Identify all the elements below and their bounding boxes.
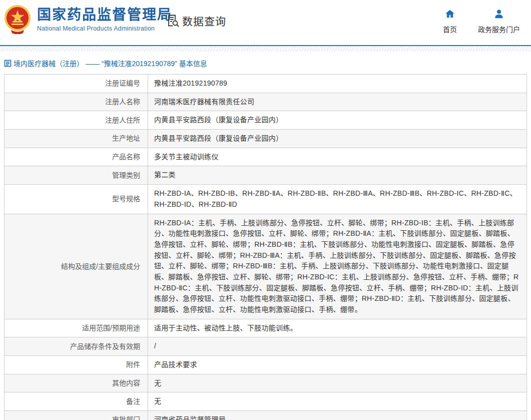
row-value: 适用于主动性、被动性上肢、下肢功能训练。 bbox=[148, 319, 527, 337]
home-icon bbox=[444, 9, 455, 20]
row-value: 多关节主被动训练仪 bbox=[148, 148, 527, 166]
national-emblem-icon bbox=[4, 5, 31, 34]
row-label: 其他内容 bbox=[5, 374, 148, 392]
row-value: 产品技术要求 bbox=[148, 356, 527, 374]
row-label: 产品储存条件及有效期 bbox=[5, 337, 148, 356]
table-row: 适用范围/预期用途适用于主动性、被动性上肢、下肢功能训练。 bbox=[5, 319, 527, 337]
row-value: 内黄县平安路西段（康复设备产业园内） bbox=[148, 111, 527, 130]
site-subtitle: National Medical Products Administration bbox=[37, 25, 172, 32]
row-value: 豫械注准20192190789 bbox=[148, 75, 527, 93]
table-row: 附件产品技术要求 bbox=[5, 356, 527, 374]
document-search-icon bbox=[166, 14, 180, 28]
row-value: 河南省药品监督管理局 bbox=[148, 411, 527, 420]
row-value: 无 bbox=[148, 374, 527, 392]
row-label: 产品名称 bbox=[5, 148, 148, 166]
table-row: 其他内容无 bbox=[5, 374, 527, 392]
table-row: 型号规格RH-ZBD-ⅠA、RH-ZBD-ⅠB、RH-ZBD-ⅡA、RH-ZBD… bbox=[5, 185, 527, 214]
breadcrumb-text: 境内医疗器械（注册） —— “豫械注准20192190789” 基本信息 bbox=[14, 58, 207, 68]
table-row: 注册人住所内黄县平安路西段（康复设备产业园内） bbox=[5, 111, 527, 130]
table-row: 备注无 bbox=[5, 392, 527, 411]
data-query-label: 数据查询 bbox=[182, 13, 226, 28]
row-value: 无 bbox=[148, 392, 527, 411]
row-label: 管理类别 bbox=[5, 166, 148, 185]
info-table-body: 注册证编号豫械注准20192190789注册人名称河南瑞禾医疗器械有限责任公司注… bbox=[5, 75, 527, 420]
row-label: 型号规格 bbox=[5, 185, 148, 214]
row-value: RH-ZBD-ⅠA：主机、手柄、上肢训练部分、急停按钮、立杆、脚轮、绑带；RH-… bbox=[148, 214, 527, 319]
row-value: 第二类 bbox=[148, 166, 527, 185]
row-value: / bbox=[148, 337, 527, 356]
row-value: 河南瑞禾医疗器械有限责任公司 bbox=[148, 93, 527, 111]
table-row: 注册人名称河南瑞禾医疗器械有限责任公司 bbox=[5, 93, 527, 111]
table-row: 结构及组成/主要组成成分RH-ZBD-ⅠA：主机、手柄、上肢训练部分、急停按钮、… bbox=[5, 214, 527, 319]
row-value: RH-ZBD-ⅠA、RH-ZBD-ⅠB、RH-ZBD-ⅡA、RH-ZBD-ⅡB、… bbox=[148, 185, 527, 214]
table-row: 产品储存条件及有效期/ bbox=[5, 337, 527, 356]
site-header: 国家药品监督管理局 National Medical Products Admi… bbox=[0, 0, 531, 45]
nmpa-logo[interactable]: 国家药品监督管理局 National Medical Products Admi… bbox=[4, 5, 172, 34]
table-row: 审批部门河南省药品监督管理局 bbox=[5, 411, 527, 420]
row-label: 备注 bbox=[5, 392, 148, 411]
row-label: 注册人名称 bbox=[5, 93, 148, 111]
breadcrumb[interactable]: 境内医疗器械（注册） —— “豫械注准20192190789” 基本信息 bbox=[4, 58, 527, 68]
data-query-link[interactable]: 数据查询 bbox=[166, 13, 226, 28]
nav-gov-portal-label: 政务服务门户 bbox=[478, 24, 520, 34]
nav-gov-portal[interactable]: 政务服务门户 bbox=[478, 9, 520, 34]
table-row: 管理类别第二类 bbox=[5, 166, 527, 185]
row-value: 内黄县平安路西段（康复设备产业园内） bbox=[148, 130, 527, 148]
top-nav: 首页 政务服务门户 bbox=[443, 9, 520, 34]
striped-divider bbox=[0, 45, 531, 52]
row-label: 审批部门 bbox=[5, 411, 148, 420]
row-label: 结构及组成/主要组成成分 bbox=[5, 214, 148, 319]
row-label: 注册人住所 bbox=[5, 111, 148, 130]
row-label: 注册证编号 bbox=[5, 75, 148, 93]
user-icon bbox=[493, 9, 504, 20]
table-row: 注册证编号豫械注准20192190789 bbox=[5, 75, 527, 93]
nav-home[interactable]: 首页 bbox=[443, 9, 457, 34]
row-label: 附件 bbox=[5, 356, 148, 374]
row-label: 生产地址 bbox=[5, 130, 148, 148]
row-label: 适用范围/预期用途 bbox=[5, 319, 148, 337]
site-title: 国家药品监督管理局 bbox=[37, 7, 172, 23]
table-row: 产品名称多关节主被动训练仪 bbox=[5, 148, 527, 166]
document-list-icon bbox=[4, 60, 12, 67]
table-row: 生产地址内黄县平安路西段（康复设备产业园内） bbox=[5, 130, 527, 148]
info-table: 注册证编号豫械注准20192190789注册人名称河南瑞禾医疗器械有限责任公司注… bbox=[4, 74, 527, 420]
nav-home-label: 首页 bbox=[443, 24, 457, 34]
